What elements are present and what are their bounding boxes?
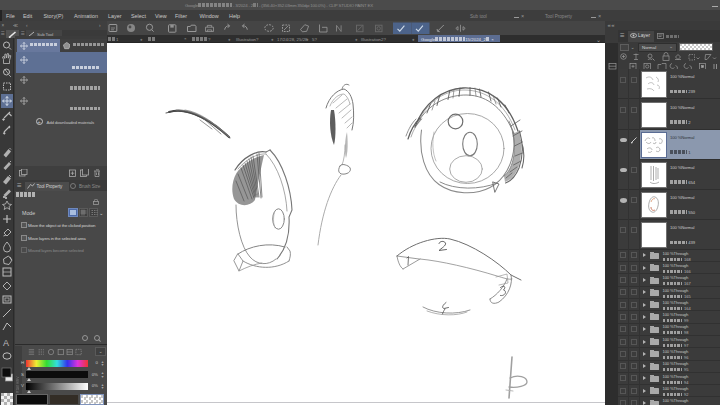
svg-text:A: A bbox=[3, 338, 9, 348]
